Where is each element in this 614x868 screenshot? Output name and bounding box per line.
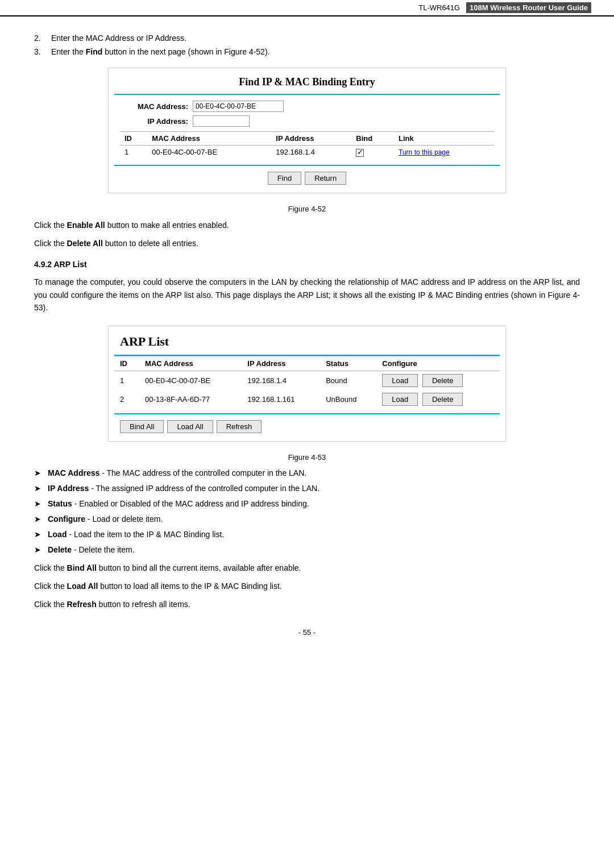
arp-table-row-1: 1 00-E0-4C-00-07-BE 192.168.1.4 Bound Lo… <box>114 371 500 390</box>
find-figure-title: Find IP & MAC Binding Entry <box>109 68 505 94</box>
arp-col-ip: IP Address <box>242 356 320 371</box>
refresh-note-bold: Refresh <box>67 600 97 609</box>
return-button[interactable]: Return <box>305 172 346 185</box>
bullet-load: ➤ Load - Load the item to the IP & MAC B… <box>34 529 580 541</box>
arp-row1-configure: Load Delete <box>376 371 500 390</box>
arp-row2-load-button[interactable]: Load <box>382 393 418 406</box>
load-all-button[interactable]: Load All <box>167 420 213 433</box>
item-num-3: 3. <box>34 47 45 56</box>
find-figure-box: Find IP & MAC Binding Entry MAC Address:… <box>108 68 506 193</box>
bullet-delete: ➤ Delete - Delete the item. <box>34 544 580 556</box>
ip-address-input[interactable] <box>193 115 250 127</box>
numbered-item-2: 2. Enter the MAC Address or IP Address. <box>34 34 580 43</box>
bullet-arrow-ip: ➤ <box>34 483 43 495</box>
arp-row2-mac: 00-13-8F-AA-6D-77 <box>139 390 242 409</box>
main-content: 2. Enter the MAC Address or IP Address. … <box>0 28 614 659</box>
arp-row1-mac: 00-E0-4C-00-07-BE <box>139 371 242 390</box>
mac-address-row: MAC Address: <box>120 101 494 112</box>
find-row-id: 1 <box>120 146 147 159</box>
find-row-bind <box>351 146 394 159</box>
col-mac: MAC Address <box>147 132 271 146</box>
col-ip: IP Address <box>271 132 351 146</box>
bullet-mac-text: MAC Address - The MAC address of the con… <box>48 467 306 479</box>
find-table-row: 1 00-E0-4C-00-07-BE 192.168.1.4 Turn to … <box>120 146 494 159</box>
bullet-mac: ➤ MAC Address - The MAC address of the c… <box>34 467 580 479</box>
arp-intro-para: To manage the computer, you could observ… <box>34 276 580 314</box>
find-row-mac: 00-E0-4C-00-07-BE <box>147 146 271 159</box>
ip-address-row: IP Address: <box>120 115 494 127</box>
refresh-note: Click the Refresh button to refresh all … <box>34 598 580 610</box>
bullet-load-text: Load - Load the item to the IP & MAC Bin… <box>48 529 224 541</box>
bullet-arrow-mac: ➤ <box>34 467 43 479</box>
item-text-3: Enter the Find button in the next page (… <box>51 47 269 56</box>
arp-figure-title: ARP List <box>109 326 505 355</box>
find-button[interactable]: Find <box>268 172 301 185</box>
arp-row2-status: UnBound <box>320 390 376 409</box>
find-data-table: ID MAC Address IP Address Bind Link 1 00… <box>120 131 494 159</box>
enable-all-bold: Enable All <box>67 221 105 230</box>
arp-row2-ip: 192.168.1.161 <box>242 390 320 409</box>
arp-row2-configure: Load Delete <box>376 390 500 409</box>
bind-checkbox[interactable] <box>356 149 364 157</box>
arp-table-wrapper: ID MAC Address IP Address Status Configu… <box>109 356 505 409</box>
find-table-header-row: ID MAC Address IP Address Bind Link <box>120 132 494 146</box>
bullet-configure-text: Configure - Load or delete item. <box>48 513 163 525</box>
header-title: TL-WR641G 108M Wireless Router User Guid… <box>418 3 591 12</box>
col-bind: Bind <box>351 132 394 146</box>
load-all-note-bold: Load All <box>67 582 98 591</box>
arp-row1-id: 1 <box>114 371 139 390</box>
bullet-arrow-load: ➤ <box>34 529 43 541</box>
find-row-ip: 192.168.1.4 <box>271 146 351 159</box>
arp-row1-status: Bound <box>320 371 376 390</box>
mac-address-label: MAC Address: <box>120 102 188 111</box>
arp-table-header-row: ID MAC Address IP Address Status Configu… <box>114 356 500 371</box>
bullet-arrow-configure: ➤ <box>34 513 43 525</box>
arp-col-configure: Configure <box>376 356 500 371</box>
bullet-delete-text: Delete - Delete the item. <box>48 544 135 556</box>
arp-col-status: Status <box>320 356 376 371</box>
bullet-ip: ➤ IP Address - The assigned IP address o… <box>34 483 580 495</box>
col-id: ID <box>120 132 147 146</box>
model-name: TL-WR641G <box>418 3 460 12</box>
ip-address-label: IP Address: <box>120 117 188 126</box>
bullet-ip-text: IP Address - The assigned IP address of … <box>48 483 320 495</box>
find-table-container: MAC Address: IP Address: ID MAC Address … <box>109 95 505 165</box>
arp-figure-caption: Figure 4-53 <box>34 453 580 462</box>
section-492-heading: 4.9.2 ARP List <box>34 260 580 269</box>
arp-table: ID MAC Address IP Address Status Configu… <box>114 356 500 409</box>
guide-title: 108M Wireless Router User Guide <box>466 2 591 13</box>
arp-col-id: ID <box>114 356 139 371</box>
find-buttons-container: Find Return <box>109 166 505 193</box>
bind-all-button[interactable]: Bind All <box>120 420 164 433</box>
col-link: Link <box>394 132 494 146</box>
item-text-2: Enter the MAC Address or IP Address. <box>51 34 186 43</box>
bullet-list: ➤ MAC Address - The MAC address of the c… <box>34 467 580 556</box>
bind-all-note-bold: Bind All <box>67 563 97 572</box>
bullet-status-text: Status - Enabled or Disabled of the MAC … <box>48 498 309 510</box>
delete-all-para: Click the Delete All button to delete al… <box>34 237 580 250</box>
bullet-configure: ➤ Configure - Load or delete item. <box>34 513 580 525</box>
enable-all-para: Click the Enable All button to make all … <box>34 219 580 231</box>
arp-table-row-2: 2 00-13-8F-AA-6D-77 192.168.1.161 UnBoun… <box>114 390 500 409</box>
arp-row2-delete-button[interactable]: Delete <box>422 393 463 406</box>
find-row-link: Turn to this page <box>394 146 494 159</box>
find-figure-caption: Figure 4-52 <box>34 205 580 213</box>
bullet-arrow-status: ➤ <box>34 498 43 510</box>
numbered-item-3: 3. Enter the Find button in the next pag… <box>34 47 580 56</box>
arp-row2-id: 2 <box>114 390 139 409</box>
arp-row1-ip: 192.168.1.4 <box>242 371 320 390</box>
mac-address-input[interactable] <box>193 101 284 112</box>
arp-row1-delete-button[interactable]: Delete <box>422 374 463 387</box>
turn-to-page-link[interactable]: Turn to this page <box>399 148 450 156</box>
page-number: - 55 - <box>34 628 580 637</box>
bind-all-note: Click the Bind All button to bind all th… <box>34 562 580 574</box>
bullet-status: ➤ Status - Enabled or Disabled of the MA… <box>34 498 580 510</box>
refresh-button[interactable]: Refresh <box>217 420 262 433</box>
arp-col-mac: MAC Address <box>139 356 242 371</box>
arp-figure-box: ARP List ID MAC Address IP Address Statu… <box>108 326 506 442</box>
delete-all-bold: Delete All <box>67 239 103 248</box>
arp-row1-load-button[interactable]: Load <box>382 374 418 387</box>
bullet-arrow-delete: ➤ <box>34 544 43 556</box>
load-all-note: Click the Load All button to load all it… <box>34 580 580 592</box>
arp-buttons-container: Bind All Load All Refresh <box>109 414 505 441</box>
